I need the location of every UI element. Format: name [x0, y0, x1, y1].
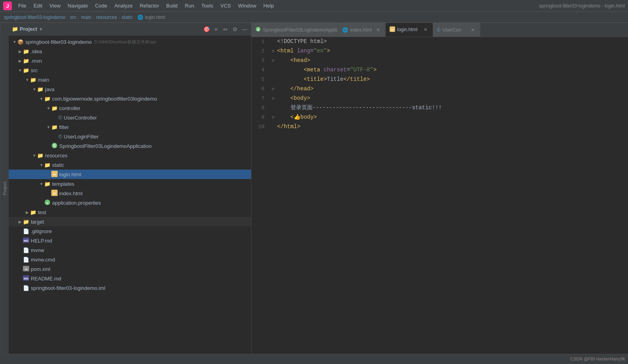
tree-item-help-md[interactable]: MD HELP.md [9, 236, 251, 245]
breadcrumb-main[interactable]: main [81, 15, 91, 20]
line-code-8[interactable]: 登录页面------------------------------static… [277, 103, 628, 112]
breadcrumb-src[interactable]: src [70, 15, 76, 20]
tree-label-templates: templates [52, 181, 74, 187]
editor-content[interactable]: 1 <!DOCTYPE html> 2 ▽ <html lang="en"> 3… [251, 37, 628, 354]
folder-icon-test: 📁 [30, 209, 36, 215]
breadcrumb-resources[interactable]: resources [96, 15, 117, 20]
tree-item-mvnw-cmd[interactable]: 📄 mvnw.cmd [9, 255, 251, 264]
tree-item-static[interactable]: ▼ 📁 static [9, 160, 251, 170]
tree-item-index-html[interactable]: H index.html [9, 189, 251, 198]
line-code-7[interactable]: <body> [277, 94, 628, 103]
line-code-10[interactable]: </html> [277, 122, 628, 131]
fold-icon-7[interactable]: ▽ [272, 96, 274, 102]
tree-label-target: target [31, 219, 44, 225]
tab-login-html[interactable]: H login.html ✕ [386, 23, 433, 37]
tab-index-html[interactable]: 🌐 index.html ✕ [338, 23, 386, 37]
menu-run[interactable]: Run [182, 2, 197, 9]
tab-close-login-html[interactable]: ✕ [422, 26, 429, 33]
tab-close-index-html[interactable]: ✕ [375, 27, 381, 33]
tree-item-test[interactable]: ▶ 📁 test [9, 207, 251, 217]
tree-item-readme-md[interactable]: MD README.md [9, 274, 251, 283]
fold-icon-2[interactable]: ▽ [272, 49, 274, 55]
folder-icon-static: 📁 [44, 162, 51, 168]
tree-item-appprops[interactable]: a application.properties [9, 198, 251, 207]
line-code-2[interactable]: <html lang="en"> [277, 47, 628, 55]
tree-label-help-md: HELP.md [31, 238, 52, 244]
locate-file-button[interactable]: 🎯 [203, 26, 210, 33]
breadcrumb-project[interactable]: springboot-filter03-logindemo [4, 15, 65, 20]
tree-label-mvnw: mvnw [31, 247, 44, 253]
tree-item-usercontroller[interactable]: © UserController [9, 113, 251, 122]
menu-view[interactable]: View [46, 2, 64, 9]
hide-button[interactable]: — [241, 26, 248, 33]
menu-analyze[interactable]: Analyze [111, 2, 136, 9]
props-icon-app: a [44, 199, 51, 207]
tree-item-controller[interactable]: ▼ 📁 controller [9, 103, 251, 113]
breadcrumb-static[interactable]: static [122, 15, 133, 20]
iml-icon: 📄 [23, 285, 29, 291]
tree-item-mvn[interactable]: ▶ 📁 .mvn [9, 56, 251, 65]
tab-label-index-html: index.html [350, 27, 372, 33]
tab-close-usercon[interactable]: ✕ [470, 27, 476, 33]
svg-text:MD: MD [24, 239, 29, 243]
tree-item-pom-xml[interactable]: m pom.xml [9, 264, 251, 274]
menu-help[interactable]: Help [260, 2, 277, 9]
tree-item-idea[interactable]: ▶ 📁 .idea [9, 47, 251, 56]
tree-item-com[interactable]: ▼ 📁 com.bjpowernode.springbootfilter03lo… [9, 94, 251, 103]
tree-item-login-html[interactable]: H login.html [9, 170, 251, 179]
md-icon-help: MD [23, 237, 29, 244]
svg-text:H: H [53, 192, 56, 195]
fold-icon-3[interactable]: ▽ [272, 58, 274, 64]
tree-item-mvnw[interactable]: 📄 mvnw [9, 245, 251, 255]
tree-item-java[interactable]: ▼ 📁 java [9, 84, 251, 94]
fold-icon-9[interactable]: ▽ [272, 115, 274, 121]
html-tab-icon-index: 🌐 [342, 27, 348, 33]
line-code-1[interactable]: <!DOCTYPE html> [277, 37, 628, 46]
svg-text:J: J [6, 3, 9, 9]
file-tree: ▼ 📦 springboot-filter03-logindemo D:\HHH… [9, 35, 251, 354]
tree-item-root[interactable]: ▼ 📦 springboot-filter03-logindemo D:\HHH… [9, 37, 251, 47]
menu-refactor[interactable]: Refactor [137, 2, 162, 9]
tree-label-resources: resources [45, 153, 67, 159]
tree-item-resources[interactable]: ▼ 📁 resources [9, 151, 251, 160]
line-code-9[interactable]: <👍body> [277, 113, 628, 121]
line-code-4[interactable]: <meta charset="UTF-8"> [277, 65, 628, 74]
mvnw-cmd-icon: 📄 [23, 257, 29, 263]
tree-item-filter[interactable]: ▼ 📁 filter [9, 122, 251, 132]
tree-item-target[interactable]: ▶ 📁 target [9, 217, 251, 226]
line-code-5[interactable]: <title>Title</title> [277, 75, 628, 84]
arrow-root: ▼ [12, 40, 17, 44]
line-code-6[interactable]: </head> [277, 84, 628, 93]
menu-vcs[interactable]: VCS [217, 2, 234, 9]
tree-item-templates[interactable]: ▼ 📁 templates [9, 179, 251, 189]
tree-item-userloginfilter[interactable]: © UserLoginFilter [9, 132, 251, 141]
project-panel-label[interactable]: Project [0, 23, 9, 354]
tab-springboot-app[interactable]: S SpringbootFilter03LogindemoApplication… [251, 23, 338, 37]
line-num-7: 7 [251, 95, 269, 103]
arrow-src: ▼ [17, 68, 23, 73]
settings-button[interactable]: ⚙ [231, 26, 238, 33]
line-code-3[interactable]: <head> [277, 56, 628, 65]
tab-usercon[interactable]: © UserCon ✕ [433, 23, 480, 37]
tree-item-src[interactable]: ▼ 📁 src [9, 65, 251, 75]
panel-dropdown-icon[interactable]: ▼ [39, 27, 43, 32]
menu-edit[interactable]: Edit [30, 2, 45, 9]
tree-item-springbootapp[interactable]: S SpringbootFilter03LogindemoApplication [9, 141, 251, 151]
tree-label-idea: .idea [31, 49, 42, 54]
window-title: springboot-filter03-logindemo - login.ht… [539, 3, 625, 9]
expand-all-button[interactable]: ≡ [212, 26, 219, 33]
arrow-idea: ▶ [17, 49, 23, 54]
tree-label-usercontroller: UserController [64, 115, 97, 121]
tree-item-gitignore[interactable]: 📄 .gitignore [9, 226, 251, 236]
fold-icon-6[interactable]: ▽ [272, 86, 274, 93]
menu-tools[interactable]: Tools [198, 2, 216, 9]
tree-item-main[interactable]: ▼ 📁 main [9, 75, 251, 84]
menu-navigate[interactable]: Navigate [64, 2, 91, 9]
menu-code[interactable]: Code [92, 2, 111, 9]
menu-build[interactable]: Build [163, 2, 181, 9]
collapse-all-button[interactable]: ⇔ [222, 26, 229, 33]
menu-file[interactable]: File [15, 2, 30, 9]
tree-item-iml[interactable]: 📄 springboot-filter03-logindemo.iml [9, 283, 251, 293]
menu-window[interactable]: Window [235, 2, 259, 9]
tree-label-root: springboot-filter03-logindemo [25, 39, 92, 45]
